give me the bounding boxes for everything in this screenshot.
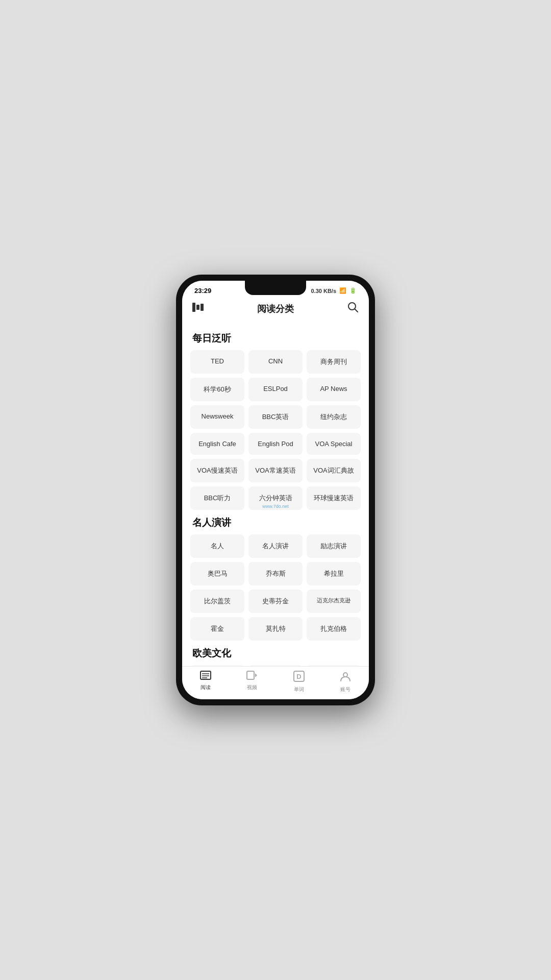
time: 23:29 [194, 287, 211, 295]
nav-item-read[interactable]: 阅读 [182, 671, 229, 693]
search-icon[interactable] [347, 302, 359, 315]
list-item[interactable]: ESLPod [248, 378, 303, 401]
list-item[interactable]: 希拉里 [307, 562, 361, 585]
list-item[interactable]: 名人 [190, 534, 244, 558]
svg-text:D: D [296, 673, 301, 680]
page-title: 阅读分类 [257, 303, 294, 315]
nav-label-video: 视频 [247, 684, 257, 691]
nav-label-account: 账号 [340, 686, 350, 693]
list-item[interactable]: 霍金 [190, 617, 244, 641]
list-item[interactable]: Newsweek [190, 405, 244, 429]
list-item[interactable]: CNN [248, 350, 303, 374]
svg-rect-1 [196, 305, 199, 310]
nav-item-video[interactable]: 视频 [229, 671, 276, 693]
section-title-daily: 每日泛听 [192, 332, 361, 345]
svg-rect-0 [192, 303, 195, 312]
video-icon [246, 671, 258, 682]
list-item[interactable]: VOA词汇典故 [307, 459, 361, 482]
bottom-nav: 阅读 视频 D 单词 [182, 666, 369, 699]
list-item[interactable]: 迈克尔杰克逊 [307, 590, 361, 613]
nav-item-account[interactable]: 账号 [322, 671, 369, 693]
list-item[interactable]: English Pod [248, 433, 303, 455]
word-icon: D [293, 671, 305, 684]
phone-screen: 23:29 0.30 KB/s 📶 🔋 阅读分类 [182, 281, 369, 699]
list-item[interactable]: 纽约杂志 [307, 405, 361, 429]
section-title-culture: 欧美文化 [192, 647, 361, 660]
top-bar: 阅读分类 [182, 298, 369, 321]
svg-rect-9 [247, 671, 254, 679]
list-item[interactable]: TED [190, 350, 244, 374]
daily-listening-grid: TED CNN 商务周刊 科学60秒 ESLPod AP News Newswe… [190, 350, 361, 510]
list-item[interactable]: 励志演讲 [307, 534, 361, 558]
phone-shell: 23:29 0.30 KB/s 📶 🔋 阅读分类 [176, 275, 375, 705]
list-item[interactable]: BBC英语 [248, 405, 303, 429]
content-area: 每日泛听 TED CNN 商务周刊 科学60秒 ESLPod AP News N… [182, 321, 369, 666]
svg-marker-10 [255, 673, 257, 677]
svg-point-13 [343, 673, 347, 677]
list-item[interactable]: 奥巴马 [190, 562, 244, 585]
list-item[interactable]: 比尔盖茨 [190, 590, 244, 613]
list-item[interactable]: 六分钟英语 www.7do.net [248, 486, 303, 510]
list-item[interactable]: 科学60秒 [190, 378, 244, 401]
battery-icon: 🔋 [349, 287, 357, 294]
list-item[interactable]: VOA慢速英语 [190, 459, 244, 482]
list-item[interactable]: 史蒂芬金 [248, 590, 303, 613]
section-title-speeches: 名人演讲 [192, 516, 361, 529]
account-icon [340, 671, 351, 684]
list-item[interactable]: 莫扎特 [248, 617, 303, 641]
status-icons: 0.30 KB/s 📶 🔋 [311, 287, 357, 294]
list-item[interactable]: 商务周刊 [307, 350, 361, 374]
list-item[interactable]: VOA常速英语 [248, 459, 303, 482]
svg-rect-2 [201, 304, 204, 311]
nav-label-read: 阅读 [201, 684, 211, 691]
list-item[interactable]: 名人演讲 [248, 534, 303, 558]
list-item[interactable]: 环球慢速英语 [307, 486, 361, 510]
read-icon [200, 671, 211, 682]
list-item[interactable]: BBC听力 [190, 486, 244, 510]
list-item[interactable]: English Cafe [190, 433, 244, 455]
notch [245, 281, 306, 295]
list-item[interactable]: 扎克伯格 [307, 617, 361, 641]
list-item[interactable]: VOA Special [307, 433, 361, 455]
wifi-icon: 📶 [339, 287, 346, 294]
svg-line-4 [355, 309, 358, 312]
nav-label-word: 单词 [294, 686, 304, 693]
menu-icon[interactable] [192, 303, 204, 314]
signal-text: 0.30 KB/s [311, 288, 336, 294]
famous-speeches-grid: 名人 名人演讲 励志演讲 奥巴马 乔布斯 希拉里 比尔盖茨 史蒂芬金 迈克尔杰克… [190, 534, 361, 641]
nav-item-word[interactable]: D 单词 [276, 671, 322, 693]
list-item[interactable]: 乔布斯 [248, 562, 303, 585]
list-item[interactable]: AP News [307, 378, 361, 401]
